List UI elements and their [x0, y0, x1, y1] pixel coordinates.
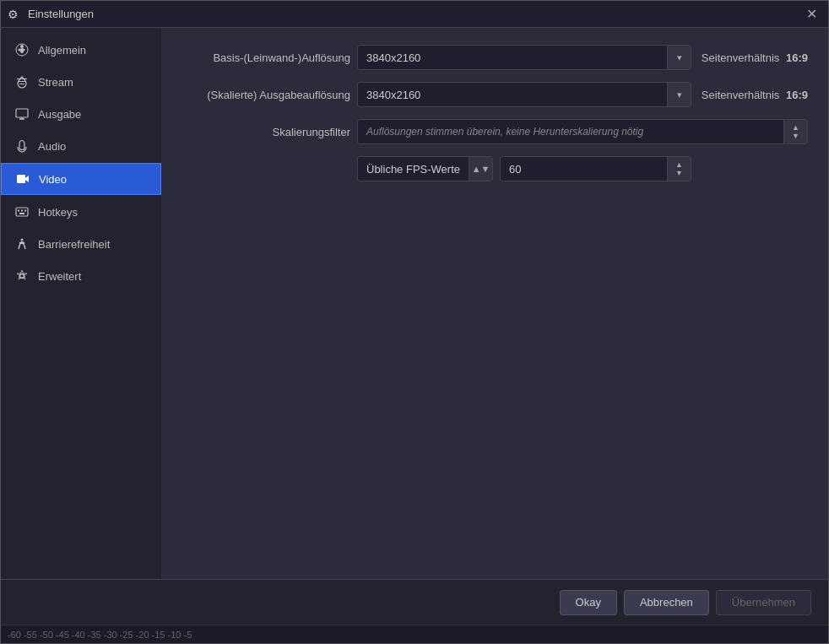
base-ratio-label: Seitenverhältnis 16:9 — [698, 51, 808, 64]
base-resolution-arrow-icon: ▾ — [667, 46, 691, 69]
barrierefreiheit-icon — [14, 236, 30, 252]
sidebar-item-barrierefreiheit[interactable]: Barrierefreiheit — [1, 229, 161, 259]
svg-rect-11 — [19, 213, 24, 214]
scaling-filter-row: Skalierungsfilter Auflösungen stimmen üb… — [182, 119, 808, 144]
sidebar-item-ausgabe[interactable]: Ausgabe — [1, 99, 161, 129]
titlebar: ⚙ Einstellungen ✕ — [1, 1, 828, 28]
fps-spinner-icon: ▲ ▼ — [667, 157, 691, 181]
allgemein-label: Allgemein — [38, 44, 86, 57]
fps-row: Übliche FPS-Werte ▲ ▼ 60 ▲ ▼ — [182, 156, 808, 181]
output-ratio-text: Seitenverhältnis — [702, 89, 780, 101]
stream-icon — [14, 74, 30, 89]
video-icon — [15, 171, 30, 187]
sidebar-item-erweitert[interactable]: Erweitert — [1, 261, 161, 291]
sidebar: Allgemein Stream — [1, 28, 161, 579]
svg-rect-6 — [17, 175, 25, 183]
output-resolution-arrow-icon: ▾ — [667, 83, 691, 106]
svg-rect-10 — [24, 210, 26, 212]
audio-icon — [14, 138, 30, 154]
status-text: -60 -55 -50 -45 -40 -35 -30 -25 -20 -15 … — [8, 630, 192, 640]
output-resolution-dropdown[interactable]: 3840x2160 ▾ — [357, 82, 691, 107]
fps-value-text: 60 — [501, 163, 667, 176]
close-button[interactable]: ✕ — [801, 4, 821, 24]
scaling-filter-spinner-icon: ▲ ▼ — [783, 120, 807, 143]
base-resolution-label: Basis-(Leinwand-)Auflösung — [182, 51, 350, 64]
fps-label-text: Übliche FPS-Werte — [358, 163, 469, 176]
output-ratio-value: 16:9 — [786, 89, 808, 101]
base-ratio-text: Seitenverhältnis — [702, 51, 780, 64]
hotkeys-icon — [14, 204, 30, 219]
output-resolution-label: (Skalierte) Ausgabeauflösung — [182, 89, 350, 101]
output-resolution-row: (Skalierte) Ausgabeauflösung 3840x2160 ▾… — [182, 82, 808, 107]
window-title: Einstellungen — [28, 8, 94, 20]
sidebar-item-stream[interactable]: Stream — [1, 67, 161, 97]
settings-icon: ⚙ — [8, 8, 21, 21]
settings-window: ⚙ Einstellungen ✕ Allgemein — [0, 0, 829, 644]
cancel-button[interactable]: Abbrechen — [624, 590, 709, 615]
svg-rect-2 — [16, 109, 28, 117]
allgemein-icon — [14, 42, 30, 57]
base-resolution-select[interactable]: 3840x2160 — [358, 45, 667, 70]
base-ratio-value: 16:9 — [786, 51, 808, 64]
video-label: Video — [39, 173, 67, 186]
bottom-bar: Okay Abbrechen Übernehmen — [1, 579, 828, 625]
main-panel: Basis-(Leinwand-)Auflösung 3840x2160 ▾ S… — [161, 28, 828, 579]
fps-value-control[interactable]: 60 ▲ ▼ — [500, 156, 691, 181]
base-resolution-dropdown[interactable]: 3840x2160 ▾ — [357, 45, 691, 70]
ausgabe-label: Ausgabe — [38, 108, 81, 121]
fps-label-dropdown[interactable]: Übliche FPS-Werte ▲ ▼ — [357, 156, 493, 181]
ausgabe-icon — [14, 106, 30, 122]
apply-button[interactable]: Übernehmen — [716, 590, 811, 615]
svg-rect-9 — [21, 210, 23, 212]
status-bar: -60 -55 -50 -45 -40 -35 -30 -25 -20 -15 … — [1, 625, 828, 643]
svg-point-1 — [20, 48, 24, 51]
fps-label-arrow-icon: ▲ ▼ — [469, 157, 492, 181]
scaling-filter-label: Skalierungsfilter — [182, 126, 350, 138]
content-area: Allgemein Stream — [1, 28, 828, 579]
svg-point-13 — [20, 274, 24, 279]
sidebar-item-audio[interactable]: Audio — [1, 131, 161, 161]
erweitert-icon — [14, 268, 30, 284]
audio-label: Audio — [38, 140, 66, 153]
svg-rect-7 — [16, 208, 28, 216]
sidebar-item-hotkeys[interactable]: Hotkeys — [1, 197, 161, 227]
svg-point-12 — [21, 239, 24, 241]
scaling-filter-placeholder: Auflösungen stimmen überein, keine Herun… — [358, 126, 783, 138]
output-resolution-select[interactable]: 3840x2160 — [358, 82, 667, 107]
erweitert-label: Erweitert — [38, 270, 81, 283]
output-ratio-label: Seitenverhältnis 16:9 — [698, 89, 808, 101]
svg-rect-8 — [18, 210, 19, 212]
sidebar-item-video[interactable]: Video — [1, 163, 161, 195]
hotkeys-label: Hotkeys — [38, 206, 78, 219]
titlebar-left: ⚙ Einstellungen — [8, 8, 94, 21]
barrierefreiheit-label: Barrierefreiheit — [38, 238, 110, 251]
stream-label: Stream — [38, 76, 73, 89]
base-resolution-row: Basis-(Leinwand-)Auflösung 3840x2160 ▾ S… — [182, 45, 808, 70]
okay-button[interactable]: Okay — [560, 590, 617, 615]
sidebar-item-allgemein[interactable]: Allgemein — [1, 35, 161, 65]
scaling-filter-dropdown[interactable]: Auflösungen stimmen überein, keine Herun… — [357, 119, 808, 144]
